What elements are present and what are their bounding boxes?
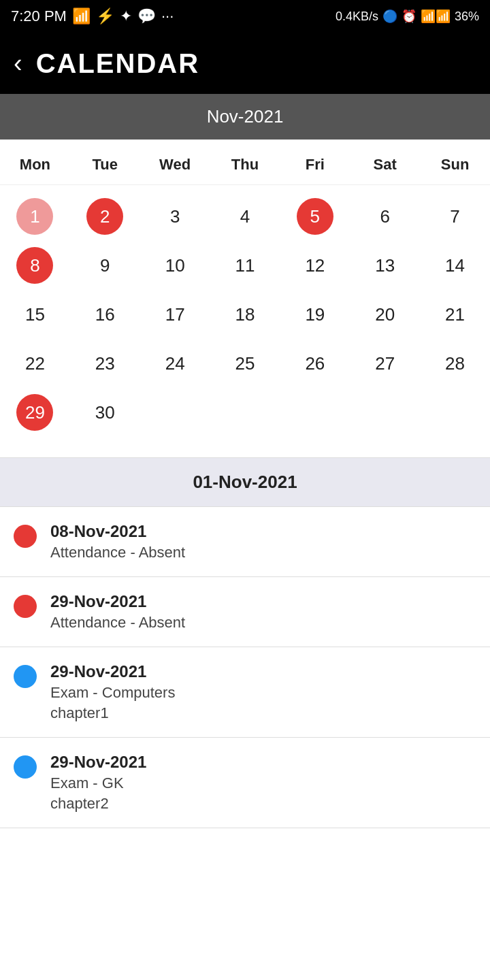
event-title-2: Exam - Computers: [50, 684, 175, 702]
event-date-0: 08-Nov-2021: [50, 522, 185, 541]
status-chat-icon: 💬: [137, 7, 156, 25]
calendar-day-26[interactable]: 26: [280, 339, 350, 388]
calendar-day-17[interactable]: 17: [140, 290, 210, 339]
calendar-day-9[interactable]: 9: [70, 241, 140, 290]
event-dot-0: [14, 525, 37, 548]
month-label: Nov-2021: [207, 106, 284, 127]
calendar-day-18[interactable]: 18: [210, 290, 280, 339]
event-title-3: Exam - GK: [50, 774, 146, 792]
day-header-thu: Thu: [210, 150, 280, 179]
event-item-3[interactable]: 29-Nov-2021 Exam - GK chapter2: [0, 738, 490, 828]
event-title-1: Attendance - Absent: [50, 614, 185, 632]
calendar-day-empty-4: [350, 388, 420, 437]
calendar-day-empty-2: [210, 388, 280, 437]
status-network: 0.4KB/s: [336, 10, 378, 24]
calendar-day-15[interactable]: 15: [0, 290, 70, 339]
event-date-3: 29-Nov-2021: [50, 753, 146, 772]
calendar-day-25[interactable]: 25: [210, 339, 280, 388]
calendar-day-16[interactable]: 16: [70, 290, 140, 339]
calendar-day-11[interactable]: 11: [210, 241, 280, 290]
status-dot-icon: ⚡: [96, 7, 114, 25]
event-date-2: 29-Nov-2021: [50, 662, 175, 681]
calendar-day-12[interactable]: 12: [280, 241, 350, 290]
event-item-0[interactable]: 08-Nov-2021 Attendance - Absent: [0, 507, 490, 577]
status-signal-icons: 📶📶: [421, 9, 451, 24]
calendar-day-19[interactable]: 19: [280, 290, 350, 339]
event-date-1: 29-Nov-2021: [50, 592, 185, 611]
events-header: 01-Nov-2021: [0, 457, 490, 507]
event-item-1[interactable]: 29-Nov-2021 Attendance - Absent: [0, 577, 490, 647]
status-battery: 36%: [455, 10, 479, 24]
status-alarm-icon: ⏰: [402, 9, 416, 24]
calendar-day-23[interactable]: 23: [70, 339, 140, 388]
calendar-day-24[interactable]: 24: [140, 339, 210, 388]
day-header-fri: Fri: [280, 150, 350, 179]
calendar-day-5[interactable]: 5: [280, 192, 350, 241]
calendar-day-empty-1: [140, 388, 210, 437]
calendar-day-3[interactable]: 3: [140, 192, 210, 241]
calendar-day-10[interactable]: 10: [140, 241, 210, 290]
page-title: CALENDAR: [36, 48, 199, 79]
calendar-day-7[interactable]: 7: [420, 192, 490, 241]
calendar-day-20[interactable]: 20: [350, 290, 420, 339]
section-divider: [0, 444, 490, 457]
status-carrier-icon: 📶: [72, 7, 91, 25]
event-sub-2: chapter1: [50, 704, 175, 722]
event-content-2: 29-Nov-2021 Exam - Computers chapter1: [50, 662, 175, 722]
calendar-day-6[interactable]: 6: [350, 192, 420, 241]
back-button[interactable]: ‹: [14, 50, 22, 76]
calendar-day-empty-3: [280, 388, 350, 437]
calendar-day-1[interactable]: 1: [0, 192, 70, 241]
event-dot-3: [14, 755, 37, 779]
status-time: 7:20 PM: [11, 7, 67, 25]
calendar-day-empty-5: [420, 388, 490, 437]
status-dots: ···: [161, 7, 174, 25]
app-header: ‹ CALENDAR: [0, 33, 490, 94]
day-headers: Mon Tue Wed Thu Fri Sat Sun: [0, 140, 490, 185]
calendar-grid: 1 2 3 4 5 6 7 8 9 10 11 12 13 14 15 16 1…: [0, 185, 490, 444]
day-header-mon: Mon: [0, 150, 70, 179]
status-bluetooth-icon: 🔵: [382, 9, 397, 24]
event-dot-2: [14, 665, 37, 688]
day-header-tue: Tue: [70, 150, 140, 179]
day-header-wed: Wed: [140, 150, 210, 179]
calendar: Mon Tue Wed Thu Fri Sat Sun 1 2 3 4 5 6 …: [0, 140, 490, 444]
events-list: 08-Nov-2021 Attendance - Absent 29-Nov-2…: [0, 507, 490, 828]
events-date-label: 01-Nov-2021: [193, 472, 297, 492]
calendar-day-8[interactable]: 8: [0, 241, 70, 290]
calendar-day-30[interactable]: 30: [70, 388, 140, 437]
event-sub-3: chapter2: [50, 795, 146, 813]
status-apps-icon: ✦: [120, 7, 132, 25]
event-dot-1: [14, 595, 37, 618]
event-content-0: 08-Nov-2021 Attendance - Absent: [50, 522, 185, 561]
event-title-0: Attendance - Absent: [50, 544, 185, 561]
month-header: Nov-2021: [0, 94, 490, 140]
day-header-sat: Sat: [350, 150, 420, 179]
calendar-day-27[interactable]: 27: [350, 339, 420, 388]
status-bar: 7:20 PM 📶 ⚡ ✦ 💬 ··· 0.4KB/s 🔵 ⏰ 📶📶 36%: [0, 0, 490, 33]
calendar-day-29[interactable]: 29: [0, 388, 70, 437]
calendar-day-14[interactable]: 14: [420, 241, 490, 290]
calendar-day-22[interactable]: 22: [0, 339, 70, 388]
event-item-2[interactable]: 29-Nov-2021 Exam - Computers chapter1: [0, 647, 490, 738]
calendar-day-2[interactable]: 2: [70, 192, 140, 241]
calendar-day-13[interactable]: 13: [350, 241, 420, 290]
calendar-day-4[interactable]: 4: [210, 192, 280, 241]
event-content-3: 29-Nov-2021 Exam - GK chapter2: [50, 753, 146, 813]
calendar-day-28[interactable]: 28: [420, 339, 490, 388]
event-content-1: 29-Nov-2021 Attendance - Absent: [50, 592, 185, 632]
calendar-day-21[interactable]: 21: [420, 290, 490, 339]
day-header-sun: Sun: [420, 150, 490, 179]
